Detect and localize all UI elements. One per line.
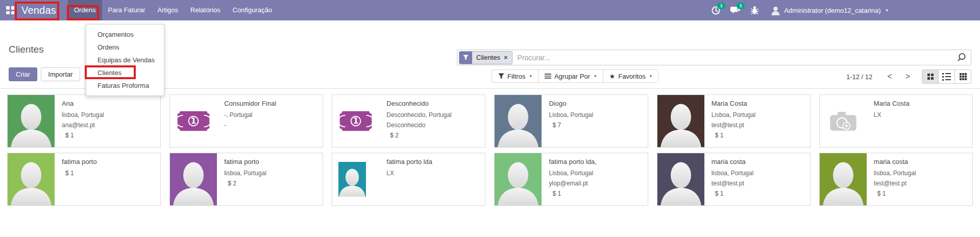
- ordens-dropdown-menu: Orçamentos Ordens Equipas de Vendas Clie…: [86, 24, 164, 96]
- dropdown-item-faturas-proforma[interactable]: Faturas Proforma: [86, 79, 164, 92]
- search-facet[interactable]: Clientes ×: [459, 51, 512, 64]
- customer-name[interactable]: Maria Costa: [874, 100, 910, 107]
- filter-funnel-icon: [459, 52, 472, 64]
- customer-card[interactable]: Desconhecido Desconhecido, Portugal Desc…: [332, 94, 485, 148]
- activity-clock-icon[interactable]: 1: [710, 5, 721, 16]
- menu-item-configuracao[interactable]: Configuração: [227, 0, 278, 20]
- customer-amount: $ 1: [712, 190, 754, 197]
- customer-card[interactable]: Diogo Lisboa, Portugal $ 7: [494, 94, 648, 148]
- menu-item-artigos[interactable]: Artigos: [152, 0, 184, 20]
- pager: 1-12 / 12 < >: [846, 69, 971, 84]
- customer-name[interactable]: fatima porto lda,: [549, 158, 596, 165]
- customer-amount: $ 7: [549, 122, 593, 129]
- customer-name[interactable]: maria costa: [874, 158, 916, 165]
- filters-button[interactable]: Filtros ▾: [492, 69, 538, 83]
- apps-grid-icon[interactable]: [6, 6, 14, 14]
- person-silhouette-avatar: [657, 153, 704, 205]
- customer-card[interactable]: fatima porto lda, Lisboa, Portugal ylop@…: [494, 153, 648, 206]
- import-button[interactable]: Importar: [41, 67, 80, 81]
- group-by-button[interactable]: Agrupar Por ▾: [538, 69, 603, 83]
- person-silhouette-avatar: [170, 153, 217, 205]
- customer-email: Desconhecido: [386, 122, 451, 129]
- customer-email: -: [224, 122, 276, 129]
- customer-card[interactable]: maria costa lisboa, Portugal test@test.p…: [819, 153, 973, 206]
- person-silhouette-avatar: [657, 95, 704, 147]
- user-menu[interactable]: Administrator (demo12_catarina) ▾: [771, 6, 888, 15]
- money-bill-icon: [170, 95, 217, 147]
- customer-name[interactable]: fatima porto lda: [386, 158, 432, 165]
- kanban-grid: Ana lisboa, Portugal ana@test.pt $ 1 Con…: [7, 94, 973, 206]
- favorites-button[interactable]: ★ Favoritos ▾: [603, 69, 659, 83]
- menu-item-relatorios[interactable]: Relatórios: [184, 0, 227, 20]
- customer-card[interactable]: fatima porto $ 1: [7, 153, 161, 206]
- chevron-down-icon: ▾: [594, 74, 597, 79]
- customer-card[interactable]: maria costa lisboa, Portugal test@test.p…: [657, 153, 811, 206]
- messages-badge: 1: [737, 3, 745, 9]
- search-input[interactable]: [517, 53, 952, 62]
- customer-card[interactable]: fatima porto lda LX: [332, 153, 485, 206]
- customer-email[interactable]: test@test.pt: [712, 122, 756, 129]
- customer-name[interactable]: fatima porto: [62, 158, 97, 165]
- customer-name[interactable]: Ana: [62, 100, 104, 107]
- bug-icon[interactable]: [749, 5, 760, 16]
- pager-next-button[interactable]: >: [899, 70, 917, 83]
- grid-icon: [960, 73, 967, 80]
- customer-email[interactable]: ylop@email.pt: [549, 180, 596, 187]
- customer-name[interactable]: Maria Costa: [712, 100, 756, 107]
- customer-card[interactable]: Ana lisboa, Portugal ana@test.pt $ 1: [7, 94, 161, 148]
- person-silhouette-avatar: [338, 162, 366, 197]
- customer-email[interactable]: ana@test.pt: [62, 122, 104, 129]
- customer-amount: $ 1: [712, 132, 756, 139]
- kanban-view-button[interactable]: [922, 69, 939, 84]
- star-icon: ★: [609, 73, 616, 80]
- main-menu: Ordens Para Faturar Artigos Relatórios C…: [68, 0, 278, 20]
- magnifier-icon[interactable]: [957, 53, 966, 62]
- customer-name[interactable]: Diogo: [549, 100, 593, 107]
- pager-range: 1-12 / 12: [846, 73, 872, 81]
- dropdown-item-orcamentos[interactable]: Orçamentos: [86, 28, 164, 41]
- customer-address: lisboa, Portugal: [224, 170, 266, 177]
- chat-bubble-icon[interactable]: 1: [730, 5, 741, 16]
- action-buttons: Criar Importar: [9, 67, 80, 81]
- customer-name[interactable]: maria costa: [712, 158, 754, 165]
- person-silhouette-avatar: [8, 153, 55, 205]
- page-title: Clientes: [9, 44, 44, 55]
- chevron-down-icon: ▾: [650, 74, 652, 79]
- customer-name[interactable]: fatima porto: [224, 158, 266, 165]
- customer-email[interactable]: test@test.pt: [712, 180, 754, 187]
- dropdown-item-ordens[interactable]: Ordens: [86, 41, 164, 54]
- customer-card[interactable]: Maria Costa LX: [819, 94, 973, 148]
- list-view-button[interactable]: [938, 69, 955, 84]
- view-switcher: [922, 69, 971, 84]
- person-silhouette-avatar: [495, 95, 542, 147]
- bars-icon: [545, 73, 551, 79]
- customer-card[interactable]: fatima porto lisboa, Portugal $ 2: [169, 153, 323, 206]
- customer-address: lisboa, Portugal: [62, 111, 104, 118]
- customer-address: LX: [874, 111, 910, 118]
- customer-card[interactable]: Consumidor Final -, Portugal -: [169, 94, 323, 148]
- customer-email[interactable]: test@test.pt: [874, 180, 916, 187]
- top-navbar: Vendas Ordens Para Faturar Artigos Relat…: [0, 0, 980, 20]
- app-name[interactable]: Vendas: [21, 5, 56, 16]
- remove-facet-icon[interactable]: ×: [504, 54, 508, 61]
- customer-amount: $ 1: [62, 132, 104, 139]
- customer-name[interactable]: Consumidor Final: [224, 100, 276, 107]
- customer-address: Lisboa, Portugal: [549, 170, 596, 177]
- customer-name[interactable]: Desconhecido: [386, 100, 451, 107]
- chevron-down-icon: ▾: [886, 8, 888, 13]
- user-label: Administrator (demo12_catarina): [784, 7, 880, 14]
- menu-item-ordens[interactable]: Ordens: [68, 0, 102, 20]
- person-silhouette-avatar: [820, 153, 867, 205]
- create-button[interactable]: Criar: [9, 67, 37, 81]
- menu-item-para-faturar[interactable]: Para Faturar: [102, 0, 152, 20]
- dropdown-item-clientes[interactable]: Clientes: [86, 66, 164, 79]
- dropdown-item-equipas-de-vendas[interactable]: Equipas de Vendas: [86, 54, 164, 66]
- grid-view-button[interactable]: [954, 69, 971, 84]
- person-silhouette-avatar: [495, 153, 542, 205]
- kanban-icon: [927, 74, 934, 80]
- search-bar[interactable]: Clientes ×: [457, 50, 971, 65]
- customer-card[interactable]: Maria Costa Lisboa, Portugal test@test.p…: [657, 94, 811, 148]
- pager-previous-button[interactable]: <: [880, 70, 898, 83]
- customer-address: LX: [386, 170, 432, 177]
- person-silhouette-avatar: [8, 95, 55, 147]
